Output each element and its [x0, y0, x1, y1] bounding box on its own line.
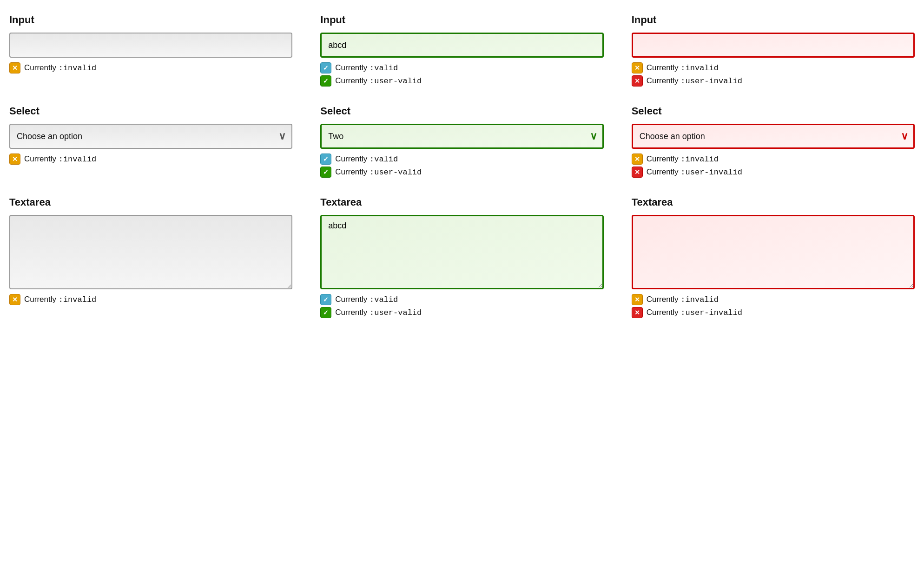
col3-input-cell: Input ✕ Currently :invalid ✕ Currently :… — [632, 14, 915, 87]
col2-textarea-status-list: ✓ Currently :valid ✓ Currently :user-val… — [320, 294, 603, 318]
col2-textarea-label: Textarea — [320, 196, 603, 208]
col3-textarea-status-invalid-text: Currently :invalid — [647, 295, 719, 304]
col2-select-cell: Select Choose an option One Two Three ∨ … — [320, 105, 603, 178]
col3-input-status-user-invalid-text: Currently :user-invalid — [647, 76, 742, 86]
col1-textarea-cell: Textarea ✕ Currently :invalid — [9, 196, 292, 318]
col2-select-status-user-valid-text: Currently :user-valid — [335, 167, 422, 177]
col3-input-label: Input — [632, 14, 915, 26]
col1-input-status-invalid: ✕ Currently :invalid — [9, 62, 292, 73]
badge-green-icon-2: ✓ — [320, 167, 331, 178]
col2-textarea-status-valid-text: Currently :valid — [335, 295, 398, 304]
col3-textarea-status-user-invalid-text: Currently :user-invalid — [647, 308, 742, 317]
col2-select-label: Select — [320, 105, 603, 117]
col2-input-status-valid-text: Currently :valid — [335, 63, 398, 73]
col3-textarea-status-invalid: ✕ Currently :invalid — [632, 294, 915, 305]
col2-input-status-list: ✓ Currently :valid ✓ Currently :user-val… — [320, 62, 603, 87]
col3-input-status-invalid-text: Currently :invalid — [647, 63, 719, 73]
badge-green-icon-3: ✓ — [320, 307, 331, 318]
col3-select-wrapper: Choose an option One Two Three ∨ — [632, 124, 915, 149]
col3-input-status-invalid: ✕ Currently :invalid — [632, 62, 915, 73]
col2-textarea-field[interactable]: abcd — [320, 215, 603, 289]
badge-blue-icon-2: ✓ — [320, 153, 331, 165]
col1-select-status-invalid-text: Currently :invalid — [24, 154, 96, 164]
col3-input-status-user-invalid: ✕ Currently :user-invalid — [632, 75, 915, 87]
col2-textarea-status-user-valid-text: Currently :user-valid — [335, 308, 422, 317]
badge-orange-icon-3: ✕ — [9, 153, 20, 165]
col3-textarea-status-user-invalid: ✕ Currently :user-invalid — [632, 307, 915, 318]
col1-textarea-status-invalid-text: Currently :invalid — [24, 295, 96, 304]
col1-select-status-invalid: ✕ Currently :invalid — [9, 153, 292, 165]
col3-select-cell: Select Choose an option One Two Three ∨ … — [632, 105, 915, 178]
col3-textarea-field[interactable] — [632, 215, 915, 289]
col2-select-status-list: ✓ Currently :valid ✓ Currently :user-val… — [320, 153, 603, 178]
col1-select-wrapper: Choose an option One Two Three ∨ — [9, 124, 292, 149]
col1-textarea-status-list: ✕ Currently :invalid — [9, 294, 292, 305]
col1-input-field[interactable] — [9, 33, 292, 58]
col2-input-cell: Input ✓ Currently :valid ✓ Currently :us… — [320, 14, 603, 87]
col2-input-status-valid: ✓ Currently :valid — [320, 62, 603, 73]
col1-textarea-status-invalid: ✕ Currently :invalid — [9, 294, 292, 305]
col3-select-status-user-invalid: ✕ Currently :user-invalid — [632, 167, 915, 178]
badge-blue-icon-3: ✓ — [320, 294, 331, 305]
col3-select-label: Select — [632, 105, 915, 117]
col1-textarea-label: Textarea — [9, 196, 292, 208]
col2-select-field[interactable]: Choose an option One Two Three — [320, 124, 603, 149]
badge-green-icon: ✓ — [320, 75, 331, 87]
col2-input-label: Input — [320, 14, 603, 26]
col2-textarea-status-user-valid: ✓ Currently :user-valid — [320, 307, 603, 318]
badge-red-icon: ✕ — [632, 75, 643, 87]
col3-select-status-user-invalid-text: Currently :user-invalid — [647, 167, 742, 177]
col2-textarea-cell: Textarea abcd ✓ Currently :valid ✓ Curre… — [320, 196, 603, 318]
badge-red-icon-2: ✕ — [632, 167, 643, 178]
badge-orange-icon-2: ✕ — [632, 62, 643, 73]
badge-red-icon-3: ✕ — [632, 307, 643, 318]
badge-orange-icon: ✕ — [9, 62, 20, 73]
col3-textarea-status-list: ✕ Currently :invalid ✕ Currently :user-i… — [632, 294, 915, 318]
col3-select-status-list: ✕ Currently :invalid ✕ Currently :user-i… — [632, 153, 915, 178]
badge-orange-icon-6: ✕ — [632, 294, 643, 305]
col1-select-cell: Select Choose an option One Two Three ∨ … — [9, 105, 292, 178]
badge-blue-icon: ✓ — [320, 62, 331, 73]
col1-input-status-list: ✕ Currently :invalid — [9, 62, 292, 73]
col1-textarea-field[interactable] — [9, 215, 292, 289]
col3-input-status-list: ✕ Currently :invalid ✕ Currently :user-i… — [632, 62, 915, 87]
col1-input-cell: Input ✕ Currently :invalid — [9, 14, 292, 87]
col1-select-label: Select — [9, 105, 292, 117]
col3-input-field[interactable] — [632, 33, 915, 58]
col2-select-status-valid: ✓ Currently :valid — [320, 153, 603, 165]
col2-input-status-user-valid: ✓ Currently :user-valid — [320, 75, 603, 87]
col1-input-label: Input — [9, 14, 292, 26]
col2-select-status-valid-text: Currently :valid — [335, 154, 398, 164]
main-grid: Input ✕ Currently :invalid Input ✓ Curre… — [9, 14, 915, 318]
col1-select-field[interactable]: Choose an option One Two Three — [9, 124, 292, 149]
col2-select-status-user-valid: ✓ Currently :user-valid — [320, 167, 603, 178]
col3-textarea-label: Textarea — [632, 196, 915, 208]
col1-select-status-list: ✕ Currently :invalid — [9, 153, 292, 165]
col3-select-status-invalid-text: Currently :invalid — [647, 154, 719, 164]
col2-select-wrapper: Choose an option One Two Three ∨ — [320, 124, 603, 149]
col1-input-status-invalid-text: Currently :invalid — [24, 63, 96, 73]
col2-input-status-user-valid-text: Currently :user-valid — [335, 76, 422, 86]
badge-orange-icon-5: ✕ — [9, 294, 20, 305]
col2-textarea-status-valid: ✓ Currently :valid — [320, 294, 603, 305]
col3-select-field[interactable]: Choose an option One Two Three — [632, 124, 915, 149]
badge-orange-icon-4: ✕ — [632, 153, 643, 165]
col3-textarea-cell: Textarea ✕ Currently :invalid ✕ Currentl… — [632, 196, 915, 318]
col3-select-status-invalid: ✕ Currently :invalid — [632, 153, 915, 165]
col2-input-field[interactable] — [320, 33, 603, 58]
